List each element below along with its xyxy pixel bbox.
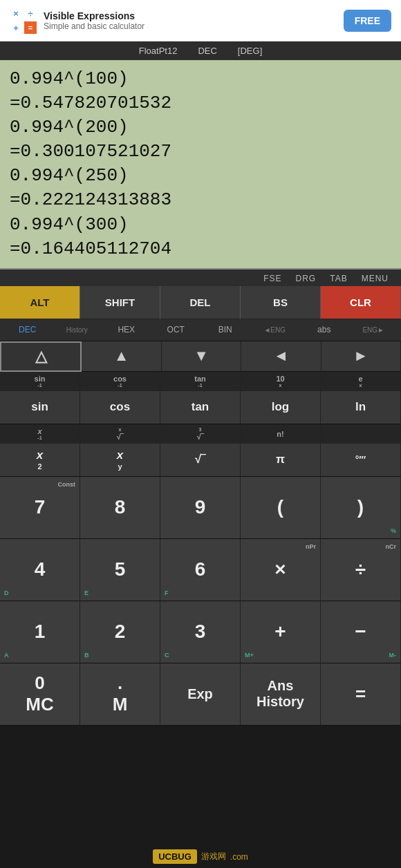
- up-filled-button[interactable]: ▲: [82, 341, 161, 372]
- ten-x-button[interactable]: 10x: [241, 372, 321, 391]
- btn-0-sub: MC: [26, 694, 53, 715]
- num-row-123: 1 A 2 B 3 C + M+ − M-: [0, 601, 401, 663]
- btn-close-paren[interactable]: ) %: [321, 477, 401, 539]
- x-squared-button[interactable]: x2: [0, 444, 80, 477]
- trig-inverse-row: sin-1 cos-1 tan-1 10x ex: [0, 372, 401, 391]
- num-row-789: Const 7 8 9 ( ) %: [0, 477, 401, 539]
- drg-label[interactable]: DRG: [289, 272, 324, 285]
- down-button[interactable]: ▼: [162, 341, 241, 372]
- fse-label[interactable]: FSE: [257, 272, 288, 285]
- bottom-row: 0 MC . M Exp Ans History =: [0, 663, 401, 726]
- btn-1-sub: A: [4, 652, 9, 659]
- right-button[interactable]: ►: [321, 341, 401, 372]
- trig-row: sin cos tan log ln: [0, 391, 401, 424]
- log-button[interactable]: log: [241, 391, 321, 424]
- watermark: UCBUG 游戏网 .com: [0, 845, 401, 868]
- display-line-1: 0.994^(100): [10, 67, 391, 91]
- bs-button[interactable]: BS: [241, 286, 321, 319]
- float-mode: FloatPt12: [139, 46, 178, 56]
- eng-left-btn[interactable]: ◄ENG: [250, 326, 300, 334]
- btn-mul-sup: nPr: [306, 543, 316, 550]
- tab-label[interactable]: TAB: [323, 272, 354, 285]
- btn-6[interactable]: 6 F: [160, 539, 241, 601]
- left-button[interactable]: ◄: [241, 341, 321, 372]
- tan-button[interactable]: tan: [160, 391, 241, 424]
- display-line-5: 0.994^(250): [10, 164, 391, 188]
- display-line-3: 0.994^(200): [10, 115, 391, 140]
- btn-4[interactable]: 4 D: [0, 539, 80, 601]
- del-button[interactable]: DEL: [160, 286, 241, 319]
- up-outline-button[interactable]: △: [0, 341, 82, 372]
- watermark-com: .com: [230, 852, 248, 862]
- btn-9[interactable]: 9: [160, 477, 241, 539]
- factorial-button[interactable]: n!: [241, 424, 321, 444]
- btn-equals[interactable]: =: [321, 663, 401, 726]
- alt-button[interactable]: ALT: [0, 286, 80, 319]
- cos-inv-button[interactable]: cos-1: [80, 372, 160, 391]
- num-row-456: 4 D 5 E 6 F nPr × nCr ÷: [0, 539, 401, 601]
- btn-0[interactable]: 0 MC: [0, 663, 80, 726]
- btn-2[interactable]: 2 B: [80, 601, 160, 663]
- btn-plus[interactable]: + M+: [241, 601, 321, 663]
- display-line-6: =0.222124313883: [10, 188, 391, 212]
- bin-btn[interactable]: BIN: [200, 325, 250, 334]
- btn-exp[interactable]: Exp: [160, 663, 241, 726]
- btn-1[interactable]: 1 A: [0, 601, 80, 663]
- btn-open-paren[interactable]: (: [241, 477, 321, 539]
- btn-8[interactable]: 8: [80, 477, 160, 539]
- dec-mode-btn[interactable]: DEC: [3, 325, 53, 334]
- ad-title: Visible Expressions: [44, 10, 344, 21]
- power-row: x2 xy √‾ π °′″: [0, 444, 401, 477]
- menu-label[interactable]: MENU: [355, 272, 395, 285]
- x-inv-button[interactable]: x-1: [0, 424, 80, 444]
- watermark-text: 游戏网: [201, 851, 226, 862]
- btn-minus-sub: M-: [389, 652, 397, 659]
- cuberoot-button[interactable]: 3√‾: [160, 424, 241, 444]
- xroot-button[interactable]: x√‾: [80, 424, 160, 444]
- e-x-button[interactable]: ex: [321, 372, 401, 391]
- power-inverse-row: x-1 x√‾ 3√‾ n!: [0, 424, 401, 444]
- clr-button[interactable]: CLR: [321, 286, 401, 319]
- btn-decimal[interactable]: . M: [80, 663, 160, 726]
- status-bar: FloatPt12 DEC [DEG]: [0, 41, 401, 60]
- btn-5-sub: E: [84, 589, 88, 596]
- btn-dec-sub: M: [113, 694, 128, 715]
- watermark-badge: UCBUG: [153, 849, 197, 864]
- btn-multiply[interactable]: nPr ×: [241, 539, 321, 601]
- arrow-row: △ ▲ ▼ ◄ ►: [0, 341, 401, 372]
- pi-button[interactable]: π: [241, 444, 321, 477]
- ad-banner[interactable]: × ÷ + = Visible Expressions Simple and b…: [0, 0, 401, 41]
- deg-min-sec-button[interactable]: °′″: [321, 444, 401, 477]
- oct-btn[interactable]: OCT: [151, 325, 201, 334]
- x-y-button[interactable]: xy: [80, 444, 160, 477]
- btn-3[interactable]: 3 C: [160, 601, 241, 663]
- shift-button[interactable]: SHIFT: [80, 286, 160, 319]
- sin-button[interactable]: sin: [0, 391, 80, 424]
- history-btn[interactable]: History: [53, 326, 102, 334]
- sin-inv-button[interactable]: sin-1: [0, 372, 80, 391]
- btn-5[interactable]: 5 E: [80, 539, 160, 601]
- cos-button[interactable]: cos: [80, 391, 160, 424]
- abs-btn[interactable]: abs: [299, 325, 349, 334]
- hex-btn[interactable]: HEX: [102, 325, 151, 334]
- ad-free-button[interactable]: FREE: [344, 10, 391, 32]
- tan-inv-button[interactable]: tan-1: [160, 372, 241, 391]
- btn-div-sup: nCr: [386, 543, 397, 550]
- deg-mode: [DEG]: [238, 46, 262, 56]
- ln-button[interactable]: ln: [321, 391, 401, 424]
- btn-2-sub: B: [84, 652, 89, 659]
- eng-right-btn[interactable]: ENG►: [349, 326, 399, 334]
- calculator-display: 0.994^(100) =0.547820701532 0.994^(200) …: [0, 60, 401, 270]
- btn-minus[interactable]: − M-: [321, 601, 401, 663]
- sqrt-button[interactable]: √‾: [160, 444, 241, 477]
- display-line-2: =0.547820701532: [10, 91, 391, 115]
- display-content: 0.994^(100) =0.547820701532 0.994^(200) …: [10, 67, 391, 261]
- btn-ans[interactable]: Ans History: [241, 663, 321, 726]
- btn-4-sub: D: [4, 589, 9, 596]
- btn-3-sub: C: [165, 652, 169, 659]
- mode-row: DEC History HEX OCT BIN ◄ENG abs ENG►: [0, 319, 401, 341]
- btn-7[interactable]: Const 7: [0, 477, 80, 539]
- btn-ans-sub: History: [257, 694, 304, 710]
- btn-pct-sub: %: [391, 527, 396, 534]
- btn-divide[interactable]: nCr ÷: [321, 539, 401, 601]
